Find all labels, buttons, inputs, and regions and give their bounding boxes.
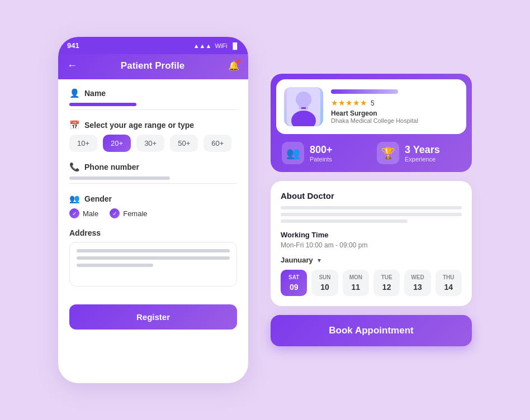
phone-icon: 📞: [69, 162, 80, 172]
gender-section: 👥 Gender ✓ Male ✓ Female: [69, 194, 237, 218]
date-item-tue[interactable]: TUE 12: [373, 270, 400, 296]
back-button[interactable]: ←: [67, 60, 77, 71]
star-count: 5: [371, 99, 375, 107]
address-input-box[interactable]: [69, 242, 237, 287]
day-label-wed: WED: [411, 274, 424, 280]
stat-experience: 🏆 3 Years Experience: [377, 142, 461, 164]
about-title: About Doctor: [281, 191, 462, 201]
name-section: 👤 Name: [69, 88, 237, 110]
address-label-text: Address: [69, 228, 101, 237]
battery-icon: ▐▌: [230, 42, 239, 49]
date-num-wed: 13: [413, 283, 422, 292]
date-item-mon[interactable]: MON 11: [343, 270, 369, 296]
age-btn-50[interactable]: 50+: [170, 135, 198, 152]
address-line-3: [77, 264, 153, 267]
doctor-card: ★★★★★ 5 Heart Surgeon Dhaka Medical Coll…: [271, 74, 472, 172]
about-line-1: [281, 206, 462, 209]
date-row: SAT 09 SUN 10 MON 11 TUE 12 WED 13 THU 1…: [281, 270, 462, 296]
gender-male-option[interactable]: ✓ Male: [69, 208, 98, 218]
address-section: Address: [69, 228, 237, 287]
phone-label-text: Phone number: [84, 163, 139, 171]
gender-field-label: 👥 Gender: [69, 194, 237, 204]
date-num-thu: 14: [444, 283, 453, 292]
name-label-text: Name: [84, 89, 106, 98]
phone-header: ← Patient Profile 🔔: [58, 54, 248, 79]
doctor-hospital: Dhaka Medical College Hospital: [331, 117, 458, 124]
name-input-bar: [69, 103, 136, 106]
book-appointment-button[interactable]: Book Appointment: [271, 315, 472, 346]
about-line-3: [281, 219, 408, 223]
address-line-1: [77, 249, 230, 252]
day-label-tue: TUE: [381, 274, 392, 280]
notification-bell[interactable]: 🔔: [228, 60, 239, 71]
phone-section: 📞 Phone number: [69, 162, 237, 184]
date-num-sat: 09: [290, 283, 299, 292]
address-line-2: [77, 256, 230, 260]
experience-icon: 🏆: [377, 142, 399, 164]
date-item-thu[interactable]: THU 14: [436, 270, 462, 296]
phone-input-bars: [69, 176, 237, 180]
register-button[interactable]: Register: [69, 304, 237, 330]
bell-notification-dot: [236, 59, 240, 63]
age-section: 📅 Select your age range or type 10+ 20+ …: [69, 120, 237, 152]
about-description-lines: [281, 206, 462, 223]
date-num-tue: 12: [382, 283, 391, 292]
doctor-info: ★★★★★ 5 Heart Surgeon Dhaka Medical Coll…: [331, 89, 458, 124]
about-line-2: [281, 213, 462, 216]
working-time-title: Working Time: [281, 231, 462, 239]
phone-content: 👤 Name 📅 Select your age range or type 1…: [58, 79, 248, 383]
wifi-icon: WiFi: [215, 42, 227, 49]
date-item-sun[interactable]: SUN 10: [311, 270, 338, 296]
phone-mockup: 941 ▲▲▲ WiFi ▐▌ ← Patient Profile 🔔 👤 Na…: [58, 37, 248, 383]
name-divider: [69, 109, 237, 110]
month-label: Jaunuary: [281, 256, 313, 264]
patients-value: 800+: [310, 144, 333, 156]
date-item-wed[interactable]: WED 13: [404, 270, 430, 296]
patients-icon: 👥: [282, 142, 304, 164]
stat-patients-text: 800+ Pateints: [310, 144, 333, 163]
phone-field-label: 📞 Phone number: [69, 162, 237, 172]
gender-female-option[interactable]: ✓ Female: [110, 208, 147, 218]
day-label-mon: MON: [349, 274, 362, 280]
male-label: Male: [83, 209, 98, 218]
doctor-avatar: [284, 87, 323, 126]
chevron-down-icon[interactable]: ▾: [318, 256, 321, 264]
day-label-sat: SAT: [288, 274, 299, 280]
female-label: Female: [123, 209, 147, 218]
status-icons: ▲▲▲ WiFi ▐▌: [193, 42, 239, 49]
working-time-text: Mon-Fri 10:00 am - 09:00 pm: [281, 241, 462, 249]
female-check: ✓: [110, 208, 120, 218]
stat-experience-text: 3 Years Experience: [405, 144, 440, 163]
age-btn-60[interactable]: 60+: [204, 135, 231, 152]
calendar-icon: 📅: [69, 120, 80, 130]
svg-rect-4: [301, 107, 306, 109]
about-card: About Doctor Working Time Mon-Fri 10:00 …: [271, 181, 472, 306]
phone-bar-1: [69, 176, 170, 180]
day-label-sun: SUN: [319, 274, 330, 280]
name-field-label: 👤 Name: [69, 88, 237, 98]
doctor-stars: ★★★★★ 5: [331, 98, 458, 107]
gender-icon: 👥: [69, 194, 80, 204]
age-options: 10+ 20+ 30+ 50+ 60+: [69, 135, 237, 152]
stat-patients: 👥 800+ Pateints: [282, 142, 366, 164]
experience-label: Experience: [405, 156, 440, 163]
experience-value: 3 Years: [405, 144, 440, 156]
month-selector[interactable]: Jaunuary ▾: [281, 256, 462, 264]
doctor-stats: 👥 800+ Pateints 🏆 3 Years Experience: [271, 134, 472, 172]
page-title: Patient Profile: [121, 60, 184, 71]
star-icons: ★★★★★: [331, 98, 367, 107]
day-label-thu: THU: [443, 274, 455, 280]
age-btn-30[interactable]: 30+: [136, 135, 164, 152]
date-item-sat[interactable]: SAT 09: [281, 270, 307, 296]
right-panel: ★★★★★ 5 Heart Surgeon Dhaka Medical Coll…: [271, 74, 472, 346]
gender-options: ✓ Male ✓ Female: [69, 208, 237, 218]
male-check: ✓: [69, 208, 79, 218]
doctor-specialty: Heart Surgeon: [331, 109, 458, 117]
date-num-sun: 10: [320, 283, 329, 292]
doctor-name-bar: [331, 89, 398, 94]
signal-icon: ▲▲▲: [193, 42, 212, 49]
address-field-label: Address: [69, 228, 237, 237]
doctor-top-info: ★★★★★ 5 Heart Surgeon Dhaka Medical Coll…: [276, 79, 466, 134]
age-btn-20[interactable]: 20+: [103, 135, 131, 152]
age-btn-10[interactable]: 10+: [69, 135, 97, 152]
